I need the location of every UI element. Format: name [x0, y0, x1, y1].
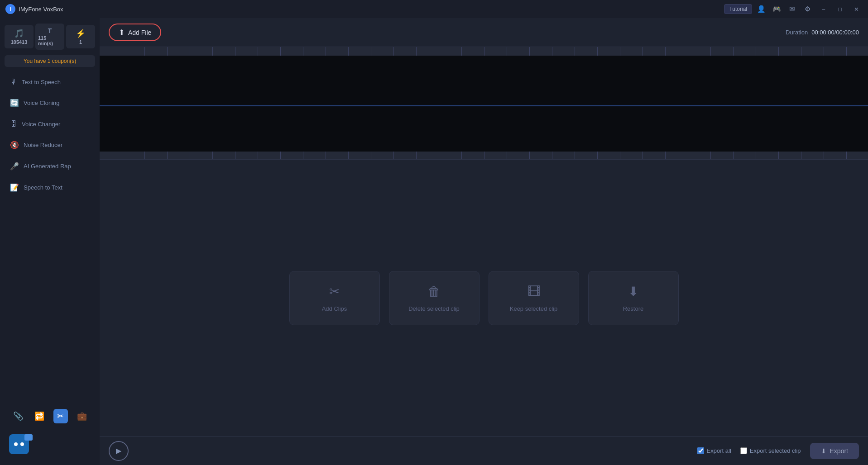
export-btn-icon: ⬇: [821, 447, 826, 455]
sidebar-stats: 🎵 105413 T 115 min(s) ⚡ 1: [0, 18, 100, 52]
ai-rap-label: AI Generated Rap: [24, 163, 71, 170]
stat-box-credits: ⚡ 1: [66, 25, 95, 48]
restore-icon: ⬇: [628, 284, 638, 299]
waveform-upper[interactable]: [100, 56, 868, 105]
tts-icon: 🎙: [10, 78, 17, 86]
music-icon: 🎵: [14, 28, 24, 38]
sidebar-item-stt[interactable]: 📝 Speech to Text: [3, 177, 97, 198]
maximize-button[interactable]: □: [834, 3, 846, 15]
title-bar: i iMyFone VoxBox Tutorial 👤 🎮 ✉ ⚙ − □ ✕: [0, 0, 868, 18]
loop-icon[interactable]: 🔁: [32, 409, 47, 423]
tts-label: Text to Speech: [22, 79, 61, 85]
export-all-checkbox[interactable]: [697, 447, 704, 454]
voice-cloning-label: Voice Cloning: [24, 100, 60, 106]
stat-box-tracks: 🎵 105413: [5, 25, 34, 48]
export-controls: Export all Export selected clip ⬇ Export: [697, 443, 859, 459]
delete-clip-icon: 🗑: [428, 284, 441, 299]
tutorial-button[interactable]: Tutorial: [724, 4, 752, 14]
game-icon[interactable]: 🎮: [770, 3, 783, 15]
noise-reducer-label: Noise Reducer: [24, 142, 62, 148]
coupon-bar: You have 1 coupon(s): [5, 55, 95, 67]
bot-body: [9, 434, 29, 454]
bottom-bar: ▶ Export all Export selected clip ⬇ Expo…: [100, 436, 868, 465]
sidebar-item-voice-cloning[interactable]: 🔄 Voice Cloning: [3, 93, 97, 113]
timeline-ruler-bottom: [100, 152, 868, 160]
attach-icon[interactable]: 📎: [11, 409, 25, 423]
keep-clip-label: Keep selected clip: [510, 305, 558, 312]
add-clips-label: Add Clips: [322, 305, 347, 312]
ai-rap-icon: 🎤: [10, 162, 19, 171]
voice-cloning-icon: 🔄: [10, 99, 19, 107]
restore-label: Restore: [623, 305, 644, 312]
noise-reducer-icon: 🔇: [10, 141, 19, 149]
bot-eye-right: [20, 442, 24, 446]
keep-clip-icon: 🎞: [528, 284, 540, 299]
voice-changer-label: Voice Changer: [22, 121, 60, 128]
chat-bubble-icon: [24, 434, 33, 441]
cut-icon[interactable]: ✂: [53, 409, 68, 423]
play-icon: ▶: [116, 446, 121, 455]
add-clips-card[interactable]: ✂ Add Clips: [289, 271, 380, 325]
waveform-lower[interactable]: [100, 106, 868, 152]
add-file-button[interactable]: ⬆ Add File: [109, 24, 161, 41]
app-logo: i: [5, 4, 15, 14]
stat-credits-value: 1: [79, 39, 82, 45]
content-area: ⬆ Add File Duration 00:00:00/00:00:00 ✂: [100, 18, 868, 465]
minimize-button[interactable]: −: [817, 3, 830, 15]
add-clips-icon: ✂: [329, 284, 340, 299]
duration-info: Duration 00:00:00/00:00:00: [786, 29, 859, 36]
timeline-ruler-top: [100, 47, 868, 56]
sidebar-item-voice-changer[interactable]: 🎛 Voice Changer: [3, 114, 97, 134]
delete-selected-card[interactable]: 🗑 Delete selected clip: [389, 271, 480, 325]
export-selected-checkbox[interactable]: [740, 447, 747, 454]
clip-actions-area: ✂ Add Clips 🗑 Delete selected clip 🎞 Kee…: [100, 160, 868, 436]
upload-icon: ⬆: [119, 28, 125, 37]
sidebar-item-noise-reducer[interactable]: 🔇 Noise Reducer: [3, 135, 97, 155]
export-all-label: Export all: [707, 447, 731, 454]
duration-value: 00:00:00/00:00:00: [811, 29, 859, 36]
export-all-checkbox-label[interactable]: Export all: [697, 447, 731, 454]
add-file-label: Add File: [128, 29, 151, 36]
bot-eye-left: [14, 442, 18, 446]
mail-icon[interactable]: ✉: [786, 3, 798, 15]
sidebar-item-ai-rap[interactable]: 🎤 AI Generated Rap: [3, 156, 97, 176]
top-toolbar: ⬆ Add File Duration 00:00:00/00:00:00: [100, 18, 868, 47]
bot-eyes: [14, 442, 24, 446]
restore-card[interactable]: ⬇ Restore: [588, 271, 679, 325]
waveform-section: [100, 47, 868, 160]
sidebar: 🎵 105413 T 115 min(s) ⚡ 1 You have 1 cou…: [0, 18, 100, 465]
stat-box-minutes: T 115 min(s): [35, 24, 64, 50]
stat-minutes-value: 115 min(s): [38, 35, 62, 46]
delete-clip-label: Delete selected clip: [408, 305, 460, 312]
briefcase-icon[interactable]: 💼: [75, 409, 89, 423]
sidebar-bottom-icons: 📎 🔁 ✂ 💼: [0, 404, 100, 428]
bot-avatar: [5, 431, 33, 458]
bot-area: [0, 428, 100, 460]
settings-icon[interactable]: ⚙: [801, 3, 814, 15]
title-bar-left: i iMyFone VoxBox: [5, 4, 63, 14]
duration-label: Duration: [786, 29, 808, 36]
sidebar-item-tts[interactable]: 🎙 Text to Speech: [3, 72, 97, 92]
app-title: iMyFone VoxBox: [19, 6, 63, 13]
lightning-icon: ⚡: [76, 28, 86, 38]
text-icon: T: [48, 27, 52, 34]
export-selected-label: Export selected clip: [750, 447, 801, 454]
export-btn-label: Export: [830, 447, 848, 455]
export-button[interactable]: ⬇ Export: [810, 443, 859, 459]
voice-changer-icon: 🎛: [10, 120, 17, 128]
stat-tracks-value: 105413: [11, 39, 28, 45]
stt-label: Speech to Text: [24, 184, 62, 191]
stt-icon: 📝: [10, 183, 19, 192]
user-icon[interactable]: 👤: [755, 3, 767, 15]
title-bar-right: Tutorial 👤 🎮 ✉ ⚙ − □ ✕: [724, 3, 863, 15]
clip-actions-grid: ✂ Add Clips 🗑 Delete selected clip 🎞 Kee…: [289, 271, 679, 325]
main-layout: 🎵 105413 T 115 min(s) ⚡ 1 You have 1 cou…: [0, 18, 868, 465]
keep-selected-card[interactable]: 🎞 Keep selected clip: [489, 271, 579, 325]
close-button[interactable]: ✕: [850, 3, 863, 15]
ruler-ticks-top: [100, 47, 868, 56]
export-selected-checkbox-label[interactable]: Export selected clip: [740, 447, 801, 454]
play-button[interactable]: ▶: [109, 441, 129, 461]
